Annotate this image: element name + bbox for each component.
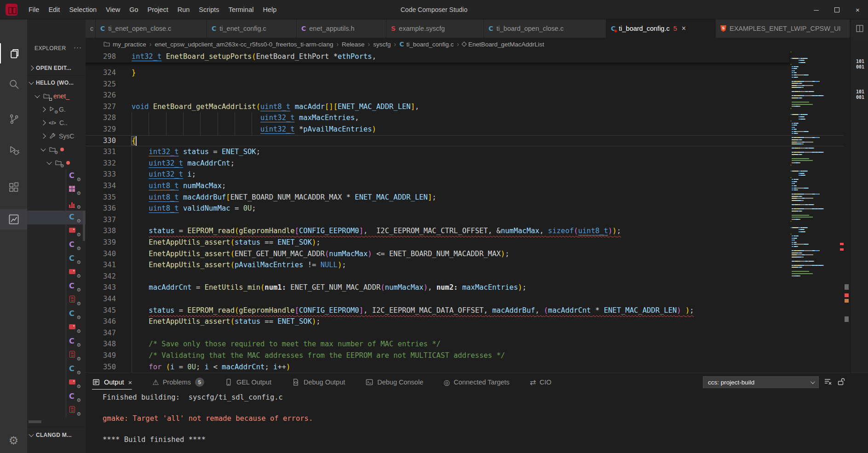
code-line-349[interactable]: 349 /* Validating that the MAC addresses… — [86, 350, 844, 361]
breadcrumb-item[interactable]: EnetBoard_getMacAddrList — [462, 41, 544, 48]
lock-open-icon[interactable] — [837, 377, 845, 386]
sidebar-vscrollbar[interactable] — [83, 211, 85, 241]
activity-analysis[interactable] — [0, 209, 27, 229]
tab-ti_board_open_close.c[interactable]: Cti_board_open_close.c — [484, 19, 606, 38]
code-editor[interactable]: 298int32_t EnetBoard_setupPorts(EnetBoar… — [86, 51, 850, 373]
split-editor-icon[interactable] — [851, 19, 868, 38]
menu-view[interactable]: View — [101, 0, 125, 19]
menu-file[interactable]: File — [24, 0, 44, 19]
panel-tab-connected-targets[interactable]: ◎Connected Targets — [443, 373, 509, 391]
code-line-345[interactable]: 345 status = EEPROM_read(gEepromHandle[C… — [86, 305, 844, 316]
line-number[interactable]: 325 — [86, 79, 116, 90]
code-line-334[interactable]: 334 uint8_t numMacMax; — [86, 180, 844, 192]
menu-edit[interactable]: Edit — [44, 0, 64, 19]
line-number[interactable]: 350 — [86, 361, 116, 373]
line-number[interactable]: 333 — [86, 169, 116, 180]
tree-item-1[interactable]: ⚙G. — [27, 103, 86, 116]
code-line-327[interactable]: 327void EnetBoard_getMacAddrList(uint8_t… — [86, 101, 844, 113]
file-item-14[interactable]: C⚙ — [27, 362, 86, 376]
clear-output-icon[interactable] — [823, 377, 832, 386]
tab-close-icon[interactable]: × — [682, 24, 686, 33]
tab-partial[interactable]: c — [86, 19, 96, 38]
file-item-10[interactable]: C⚙ — [27, 307, 86, 321]
line-number[interactable]: 339 — [86, 237, 116, 248]
file-item-13[interactable]: 01 10⚙ — [27, 349, 86, 362]
menu-help[interactable]: Help — [258, 0, 281, 19]
line-number[interactable]: 336 — [86, 203, 116, 214]
activity-source-control[interactable] — [0, 109, 27, 129]
line-number[interactable]: 328 — [86, 112, 116, 124]
code-line-341[interactable]: 341 EnetAppUtils_assert(pAvailMacEntries… — [86, 259, 844, 271]
sidebar-more-actions[interactable]: ··· — [74, 43, 82, 51]
breadcrumb-item[interactable]: my_practice — [103, 40, 146, 48]
tab-ti_enet_open_close.c[interactable]: Cti_enet_open_close.c — [96, 19, 207, 38]
section-clangd[interactable]: CLANGD M... — [27, 430, 86, 441]
section-workspace[interactable]: HELLO (WO... — [27, 77, 86, 88]
file-item-8[interactable]: C⚙ — [27, 280, 86, 293]
minimize-button[interactable]: ─ — [806, 0, 827, 19]
line-number[interactable]: 327 — [86, 101, 116, 113]
menu-run[interactable]: Run — [173, 0, 195, 19]
code-line-326[interactable]: 326 — [86, 90, 844, 101]
activity-explorer[interactable] — [0, 43, 27, 63]
line-number[interactable]: 349 — [86, 350, 116, 361]
tree-item-4[interactable]: ⚙ — [27, 143, 86, 156]
activity-run-debug[interactable] — [0, 140, 27, 161]
line-number[interactable]: 340 — [86, 248, 116, 260]
menu-scripts[interactable]: Scripts — [194, 0, 224, 19]
code-line-332[interactable]: 332 uint32_t macAddrCnt; — [86, 158, 844, 169]
file-item-6[interactable]: C⚙ — [27, 252, 86, 266]
panel-tab-close-icon[interactable]: × — [128, 378, 132, 386]
breadcrumb-item[interactable]: syscfg — [373, 41, 391, 48]
line-number[interactable]: 324 — [86, 67, 116, 79]
code-line-337[interactable]: 337 — [86, 214, 844, 226]
file-item-5[interactable]: C⚙ — [27, 238, 86, 252]
line-number[interactable]: 330 — [86, 135, 116, 147]
code-line-331[interactable]: 331 int32_t status = ENET_SOK; — [86, 146, 844, 158]
line-number[interactable]: 337 — [86, 214, 116, 226]
maximize-button[interactable] — [827, 0, 847, 19]
file-item-15[interactable]: ⚙ — [27, 376, 86, 390]
code-line-330[interactable]: 330{ — [86, 135, 844, 147]
line-number[interactable]: 331 — [86, 146, 116, 158]
file-item-7[interactable]: ⚙ — [27, 266, 86, 280]
code-line-325[interactable]: 325 — [86, 79, 844, 90]
code-line-347[interactable]: 347 — [86, 327, 844, 339]
line-number[interactable]: 345 — [86, 305, 116, 316]
code-line-333[interactable]: 333 uint32_t i; — [86, 169, 844, 180]
breadcrumb-item[interactable]: enet_cpsw_udpclient_am263x-cc_r5fss0-0_f… — [155, 41, 333, 48]
line-number[interactable]: 329 — [86, 124, 116, 135]
menu-terminal[interactable]: Terminal — [224, 0, 259, 19]
sidebar-hscrollbar[interactable] — [29, 420, 41, 423]
line-number[interactable]: 348 — [86, 338, 116, 350]
panel-tab-debug-output[interactable]: Debug Output — [292, 373, 345, 391]
file-item-9[interactable]: 01 10⚙ — [27, 293, 86, 307]
line-number[interactable]: 326 — [86, 90, 116, 101]
code-line-343[interactable]: 343 macAddrCnt = EnetUtils_min(num1: ENE… — [86, 282, 844, 293]
panel-tab-problems[interactable]: ⚠Problems5 — [152, 373, 204, 391]
file-item-2[interactable]: ⚙ — [27, 197, 86, 211]
code-line-346[interactable]: 346 EnetAppUtils_assert(status == ENET_S… — [86, 316, 844, 327]
code-line-350[interactable]: 350 for (i = 0U; i < macAddrCnt; i++) — [86, 361, 844, 373]
line-number[interactable]: 338 — [86, 225, 116, 237]
output-channel-dropdown[interactable]: ccs: project-build — [703, 376, 819, 388]
panel-tab-gel-output[interactable]: GEL Output — [224, 373, 271, 391]
sticky-scroll-line[interactable]: 298int32_t EnetBoard_setupPorts(EnetBoar… — [86, 51, 789, 63]
breadcrumb-item[interactable]: Cti_board_config.c — [399, 40, 454, 48]
code-line-348[interactable]: 348 /* Save only those required to meet … — [86, 338, 844, 350]
tab-enet_apputils.h[interactable]: Cenet_apputils.h — [297, 19, 386, 38]
file-item-17[interactable]: 01 10⚙ — [27, 404, 86, 418]
code-line-338[interactable]: 338 status = EEPROM_read(gEepromHandle[C… — [86, 225, 844, 237]
line-number[interactable]: 335 — [86, 192, 116, 203]
panel-tab-cio[interactable]: ⇄CIO — [530, 373, 552, 391]
overview-ruler[interactable] — [844, 51, 850, 373]
line-number[interactable]: 341 — [86, 259, 116, 271]
section-open-editors[interactable]: OPEN EDIT... — [27, 63, 86, 74]
tab-EXAMPLES_ENET_LWIP_CPSW_UI[interactable]: 5EXAMPLES_ENET_LWIP_CPSW_UI — [716, 19, 850, 38]
line-number[interactable]: 342 — [86, 271, 116, 282]
file-item-4[interactable]: ⚙ — [27, 224, 86, 238]
line-number[interactable]: 344 — [86, 293, 116, 305]
tab-ti_board_config.c[interactable]: Cti_board_config.c5× — [606, 19, 716, 38]
activity-settings[interactable]: ⚙ — [0, 430, 27, 451]
line-number[interactable]: 334 — [86, 180, 116, 192]
